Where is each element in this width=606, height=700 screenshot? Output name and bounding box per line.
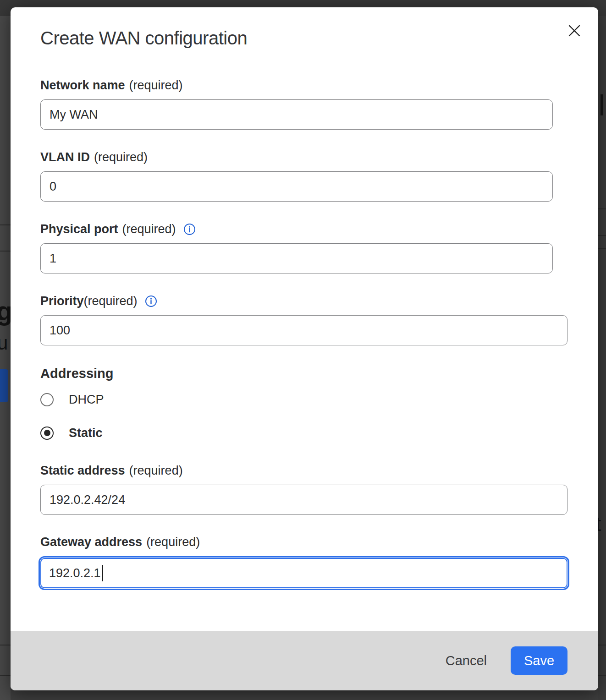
physical-port-field-group: Physical port (required): [40, 222, 568, 273]
physical-port-input[interactable]: [40, 243, 553, 273]
background-text-fragment: u: [0, 334, 8, 353]
static-address-field-group: Static address (required): [40, 463, 568, 515]
background-button-fragment: [0, 369, 8, 402]
field-label-text: Priority: [40, 294, 84, 308]
save-button[interactable]: Save: [511, 646, 567, 675]
create-wan-dialog: Create WAN configuration Network name (r…: [11, 7, 598, 690]
background-row-divider: [0, 645, 11, 645]
info-icon[interactable]: [145, 295, 157, 307]
screen: g u t Create WAN configuration Network n…: [0, 0, 606, 700]
required-suffix: (required): [129, 78, 183, 93]
gateway-address-focus-ring: 192.0.2.1: [39, 556, 569, 590]
radio-option-label: DHCP: [69, 393, 104, 407]
dialog-title: Create WAN configuration: [40, 27, 568, 49]
required-suffix: (required): [84, 294, 138, 308]
required-suffix: (required): [129, 463, 183, 478]
info-icon[interactable]: [183, 223, 196, 235]
gateway-address-input[interactable]: 192.0.2.1: [40, 558, 567, 588]
dialog-footer: Cancel Save: [11, 631, 598, 690]
field-label-text: Network name: [40, 78, 125, 93]
addressing-option-static[interactable]: Static: [40, 425, 568, 441]
radio-option-label: Static: [69, 426, 103, 440]
static-address-input[interactable]: [40, 485, 567, 515]
field-label-text: Static address: [40, 463, 125, 478]
physical-port-label: Physical port (required): [40, 222, 568, 236]
field-label-text: Physical port: [40, 222, 118, 236]
radio-selected-icon: [40, 427, 54, 440]
vlan-id-label: VLAN ID (required): [40, 150, 568, 164]
priority-input[interactable]: [40, 315, 567, 345]
network-name-input[interactable]: [40, 99, 553, 130]
addressing-heading: Addressing: [40, 366, 568, 381]
network-name-field-group: Network name (required): [40, 78, 568, 130]
cancel-button[interactable]: Cancel: [446, 649, 487, 673]
field-label-text: VLAN ID: [40, 150, 90, 164]
gateway-address-label: Gateway address (required): [40, 535, 568, 549]
required-suffix: (required): [122, 222, 176, 236]
background-row-divider: [598, 645, 606, 645]
radio-unselected-icon: [40, 393, 54, 406]
priority-label: Priority (required): [40, 294, 568, 308]
vlan-id-input[interactable]: [40, 171, 553, 202]
addressing-option-dhcp[interactable]: DHCP: [40, 392, 568, 407]
gateway-address-field-group: Gateway address (required) 192.0.2.1: [40, 535, 568, 590]
dimmed-background-right: [598, 16, 606, 700]
required-suffix: (required): [146, 535, 200, 549]
network-name-label: Network name (required): [40, 78, 568, 93]
background-row-divider: [0, 675, 11, 676]
dimmed-background-left: [0, 16, 11, 700]
static-address-label: Static address (required): [40, 463, 568, 478]
background-row-divider: [598, 235, 606, 236]
background-text-fragment: [600, 94, 603, 115]
gateway-address-value: 192.0.2.1: [49, 566, 101, 580]
background-row-divider: [598, 675, 606, 676]
priority-field-group: Priority (required): [40, 294, 568, 345]
text-cursor: [102, 565, 103, 581]
vlan-id-field-group: VLAN ID (required): [40, 150, 568, 202]
background-row-divider: [0, 224, 11, 225]
required-suffix: (required): [94, 150, 148, 164]
background-row-divider: [0, 251, 11, 252]
background-row-divider: [598, 248, 606, 249]
background-row-divider: [598, 208, 606, 209]
field-label-text: Gateway address: [40, 535, 142, 549]
